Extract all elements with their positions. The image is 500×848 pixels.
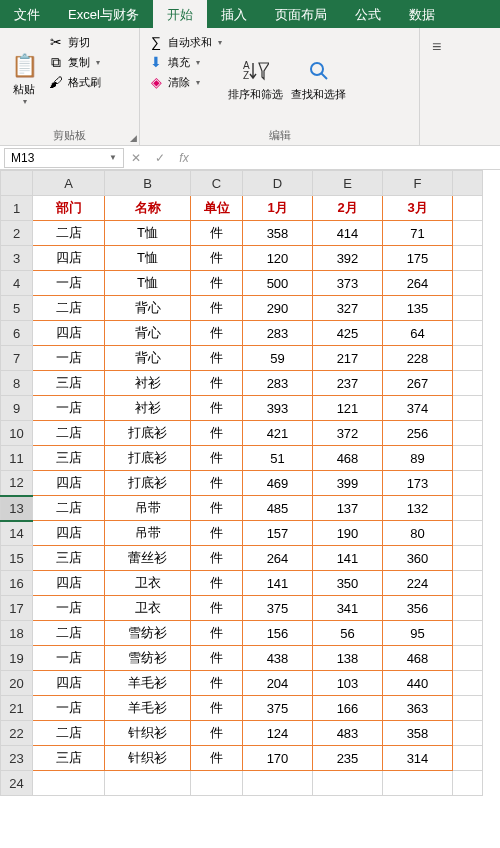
data-cell[interactable]: 三店 <box>33 371 105 396</box>
data-cell[interactable] <box>105 771 191 796</box>
header-cell[interactable]: 单位 <box>191 196 243 221</box>
data-cell[interactable]: 138 <box>313 646 383 671</box>
empty-cell[interactable] <box>453 571 483 596</box>
copy-button[interactable]: ⧉复制▾ <box>48 54 101 70</box>
data-cell[interactable]: 件 <box>191 396 243 421</box>
data-cell[interactable]: 件 <box>191 696 243 721</box>
formula-input[interactable] <box>196 148 500 168</box>
empty-cell[interactable] <box>453 396 483 421</box>
data-cell[interactable]: 399 <box>313 471 383 496</box>
data-cell[interactable]: 360 <box>383 546 453 571</box>
data-cell[interactable]: 羊毛衫 <box>105 671 191 696</box>
data-cell[interactable]: 二店 <box>33 421 105 446</box>
column-header[interactable]: C <box>191 171 243 196</box>
cancel-button[interactable]: ✕ <box>124 151 148 165</box>
data-cell[interactable]: 针织衫 <box>105 746 191 771</box>
data-cell[interactable]: 件 <box>191 746 243 771</box>
fx-button[interactable]: fx <box>172 151 196 165</box>
data-cell[interactable]: 438 <box>243 646 313 671</box>
header-cell[interactable]: 3月 <box>383 196 453 221</box>
data-cell[interactable]: 件 <box>191 496 243 521</box>
data-cell[interactable]: 打底衫 <box>105 471 191 496</box>
data-cell[interactable]: 三店 <box>33 446 105 471</box>
cut-button[interactable]: ✂剪切 <box>48 34 101 50</box>
data-cell[interactable]: 356 <box>383 596 453 621</box>
data-cell[interactable]: 51 <box>243 446 313 471</box>
data-cell[interactable]: 背心 <box>105 321 191 346</box>
data-cell[interactable]: 二店 <box>33 621 105 646</box>
data-cell[interactable]: 件 <box>191 671 243 696</box>
row-header[interactable]: 16 <box>1 571 33 596</box>
data-cell[interactable]: 四店 <box>33 246 105 271</box>
data-cell[interactable]: 三店 <box>33 546 105 571</box>
data-cell[interactable]: 件 <box>191 521 243 546</box>
data-cell[interactable]: 235 <box>313 746 383 771</box>
row-header[interactable]: 2 <box>1 221 33 246</box>
data-cell[interactable]: 56 <box>313 621 383 646</box>
data-cell[interactable]: 190 <box>313 521 383 546</box>
data-cell[interactable]: 373 <box>313 271 383 296</box>
data-cell[interactable]: 363 <box>383 696 453 721</box>
data-cell[interactable]: 485 <box>243 496 313 521</box>
column-header[interactable]: B <box>105 171 191 196</box>
menu-item-6[interactable]: 数据 <box>395 0 449 28</box>
row-header[interactable]: 4 <box>1 271 33 296</box>
data-cell[interactable]: 341 <box>313 596 383 621</box>
row-header[interactable]: 24 <box>1 771 33 796</box>
data-cell[interactable]: 件 <box>191 296 243 321</box>
empty-cell[interactable] <box>453 296 483 321</box>
empty-cell[interactable] <box>453 271 483 296</box>
data-cell[interactable]: 314 <box>383 746 453 771</box>
data-cell[interactable]: 264 <box>243 546 313 571</box>
empty-cell[interactable] <box>453 621 483 646</box>
paste-button[interactable]: 📋 粘贴 ▾ <box>6 32 42 126</box>
data-cell[interactable]: 四店 <box>33 571 105 596</box>
data-cell[interactable]: 121 <box>313 396 383 421</box>
row-header[interactable]: 5 <box>1 296 33 321</box>
data-cell[interactable]: 一店 <box>33 396 105 421</box>
row-header[interactable]: 7 <box>1 346 33 371</box>
confirm-button[interactable]: ✓ <box>148 151 172 165</box>
data-cell[interactable]: 打底衫 <box>105 446 191 471</box>
data-cell[interactable]: 四店 <box>33 321 105 346</box>
data-cell[interactable]: 170 <box>243 746 313 771</box>
format-painter-button[interactable]: 🖌格式刷 <box>48 74 101 90</box>
data-cell[interactable]: 228 <box>383 346 453 371</box>
column-header[interactable] <box>453 171 483 196</box>
clear-button[interactable]: ◈清除▾ <box>148 74 222 90</box>
empty-cell[interactable] <box>453 321 483 346</box>
data-cell[interactable]: 件 <box>191 646 243 671</box>
empty-cell[interactable] <box>453 746 483 771</box>
data-cell[interactable]: 157 <box>243 521 313 546</box>
row-header[interactable]: 10 <box>1 421 33 446</box>
data-cell[interactable]: 件 <box>191 596 243 621</box>
data-cell[interactable]: 件 <box>191 621 243 646</box>
data-cell[interactable]: 吊带 <box>105 496 191 521</box>
row-header[interactable]: 9 <box>1 396 33 421</box>
row-header[interactable]: 11 <box>1 446 33 471</box>
header-cell[interactable]: 1月 <box>243 196 313 221</box>
row-header[interactable]: 14 <box>1 521 33 546</box>
data-cell[interactable]: 二店 <box>33 496 105 521</box>
column-header[interactable]: A <box>33 171 105 196</box>
data-cell[interactable]: 103 <box>313 671 383 696</box>
row-header[interactable]: 23 <box>1 746 33 771</box>
data-cell[interactable]: 蕾丝衫 <box>105 546 191 571</box>
find-select-button[interactable]: 查找和选择 <box>287 32 350 126</box>
empty-cell[interactable] <box>453 696 483 721</box>
row-header[interactable]: 17 <box>1 596 33 621</box>
empty-cell[interactable] <box>453 521 483 546</box>
data-cell[interactable]: 一店 <box>33 596 105 621</box>
empty-cell[interactable] <box>453 371 483 396</box>
data-cell[interactable]: 件 <box>191 471 243 496</box>
data-cell[interactable] <box>33 771 105 796</box>
data-cell[interactable]: 237 <box>313 371 383 396</box>
menu-item-2[interactable]: 开始 <box>153 0 207 28</box>
data-cell[interactable]: 雪纺衫 <box>105 646 191 671</box>
data-cell[interactable]: 二店 <box>33 221 105 246</box>
row-header[interactable]: 22 <box>1 721 33 746</box>
data-cell[interactable]: 件 <box>191 571 243 596</box>
menu-item-0[interactable]: 文件 <box>0 0 54 28</box>
data-cell[interactable]: 374 <box>383 396 453 421</box>
data-cell[interactable]: 500 <box>243 271 313 296</box>
